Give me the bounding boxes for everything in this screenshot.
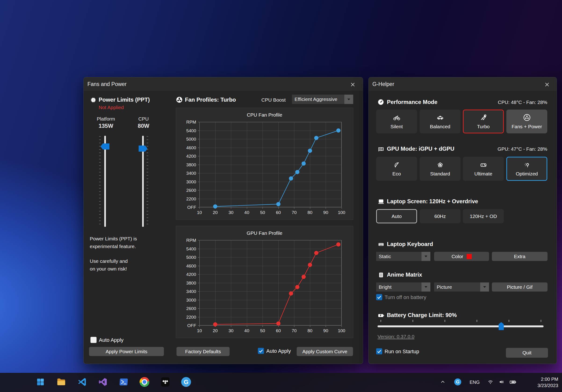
tray-battery[interactable] — [508, 377, 518, 387]
gpu-temp-status: GPU: 47°C - Fan: 28% — [497, 146, 547, 152]
power-auto-apply-checkbox[interactable] — [91, 337, 96, 343]
y-tick-label: 2600 — [183, 188, 196, 193]
fan-curve[interactable] — [197, 238, 344, 328]
screen-auto-button[interactable]: Auto — [376, 209, 417, 223]
turn-off-on-battery-checkbox[interactable] — [376, 294, 382, 300]
g-helper-button[interactable]: G — [181, 377, 191, 387]
turn-off-on-battery-label: Turn off on battery — [385, 294, 426, 301]
mode-turbo-button[interactable]: Turbo — [463, 110, 504, 133]
curve-point[interactable] — [314, 136, 318, 140]
chevron-up-icon — [440, 379, 445, 384]
volume-icon — [499, 379, 505, 385]
gpu-fan-chart-panel[interactable]: GPU Fan Profile 102030405060708090100RPM… — [176, 226, 353, 338]
x-tick-label: 10 — [195, 210, 204, 215]
curve-point[interactable] — [308, 149, 312, 153]
y-tick-label: 4200 — [183, 272, 196, 277]
curve-point[interactable] — [289, 291, 293, 295]
factory-defaults-button[interactable]: Factory Defaults — [176, 347, 230, 356]
screen-120hz-od-button[interactable]: 120Hz + OD — [463, 209, 504, 223]
version-link[interactable]: Version: 0.37.0.0 — [377, 334, 414, 339]
x-tick-label: 50 — [258, 328, 267, 333]
curve-point[interactable] — [213, 322, 217, 327]
ghelper-titlebar[interactable]: G-Helper — [369, 77, 557, 91]
gpu-eco-button[interactable]: Eco — [376, 157, 417, 181]
curve-point[interactable] — [276, 321, 281, 326]
cpu-slider-handle[interactable] — [139, 146, 148, 152]
curve-point[interactable] — [295, 170, 299, 174]
close-icon[interactable] — [349, 81, 356, 88]
file-explorer-button[interactable] — [56, 377, 67, 387]
battery-bolt-icon — [377, 312, 385, 319]
powershell-button[interactable] — [118, 377, 129, 387]
power-limits-status: Not Applied — [99, 105, 124, 110]
chevron-down-icon[interactable] — [422, 252, 430, 261]
curve-auto-apply-checkbox[interactable] — [258, 348, 264, 354]
y-tick-label: 2200 — [183, 315, 196, 320]
curve-point[interactable] — [314, 251, 318, 255]
tray-volume[interactable] — [497, 377, 506, 387]
start-button[interactable] — [35, 377, 46, 387]
anime-content-select[interactable]: Picture — [434, 282, 489, 291]
curve-point[interactable] — [308, 263, 312, 267]
fans-window-titlebar[interactable]: Fans and Power — [84, 77, 363, 91]
fan-curve[interactable] — [197, 120, 344, 210]
power-limits-title: Power Limits (PPT) — [99, 97, 150, 103]
platform-slider-handle[interactable] — [101, 144, 109, 149]
battery-slider-handle[interactable] — [499, 322, 504, 330]
y-tick-label: 4600 — [183, 264, 196, 269]
mode-balanced-button[interactable]: Balanced — [420, 110, 460, 133]
mode-label: Turbo — [477, 124, 490, 129]
speedometer-icon — [377, 99, 384, 105]
tray-chevron-up[interactable] — [439, 377, 447, 387]
curve-point[interactable] — [336, 128, 340, 133]
curve-point[interactable] — [295, 285, 299, 289]
cpu-fan-chart-panel[interactable]: CPU Fan Profile 102030405060708090100RPM… — [176, 108, 353, 220]
quit-button[interactable]: Quit — [506, 348, 548, 358]
curve-point[interactable] — [276, 202, 281, 206]
curve-point[interactable] — [289, 176, 293, 180]
apply-custom-curve-button[interactable]: Apply Custom Curve — [297, 347, 353, 356]
mode-fans-power-button[interactable]: Fans + Power — [506, 110, 547, 133]
gpu-ultimate-button[interactable]: Ultimate — [463, 157, 504, 181]
screen-option-label: 60Hz — [434, 213, 446, 219]
close-icon[interactable] — [544, 81, 550, 88]
battery-slider[interactable] — [377, 325, 544, 327]
keyboard-extra-button[interactable]: Extra — [492, 252, 548, 261]
tidal-button[interactable] — [160, 377, 171, 387]
vscode-button[interactable] — [77, 377, 87, 387]
y-tick-label: 3000 — [183, 179, 196, 185]
y-tick-label: 5400 — [183, 128, 196, 133]
taskbar: G G ENG — [0, 373, 562, 392]
curve-point[interactable] — [302, 161, 306, 166]
language-indicator[interactable]: ENG — [470, 380, 480, 385]
keyboard-mode-select[interactable]: Static — [376, 252, 430, 261]
gpu-optimized-button[interactable]: Optimized — [506, 157, 547, 181]
tray-date: 3/23/2023 — [538, 382, 558, 389]
run-on-startup-checkbox[interactable] — [376, 348, 382, 354]
curve-point[interactable] — [302, 275, 306, 279]
chrome-button[interactable] — [139, 377, 150, 387]
chevron-down-icon[interactable] — [344, 95, 353, 104]
cpu-boost-select[interactable]: Efficient Aggressive — [292, 95, 353, 104]
visual-studio-button[interactable] — [97, 377, 108, 387]
screen-60hz-button[interactable]: 60Hz — [420, 209, 460, 223]
anime-brightness-select[interactable]: Bright — [376, 282, 430, 291]
mode-silent-button[interactable]: Silent — [376, 110, 417, 133]
clock[interactable]: 2:00 PM 3/23/2023 — [538, 376, 558, 389]
curve-point[interactable] — [336, 242, 340, 246]
chevron-down-icon[interactable] — [422, 282, 430, 291]
chevron-down-icon[interactable] — [480, 282, 489, 291]
experimental-note-1: Power Limits (PPT) is experimental featu… — [90, 235, 137, 250]
gpu-standard-button[interactable]: Standard — [420, 157, 460, 181]
x-tick-label: 80 — [305, 210, 315, 215]
mode-label: Balanced — [430, 124, 450, 129]
cpu-boost-label: CPU Boost — [261, 97, 286, 103]
tray-time: 2:00 PM — [538, 376, 558, 382]
keyboard-color-button[interactable]: Color — [434, 252, 489, 261]
curve-point[interactable] — [213, 204, 217, 209]
tray-wifi[interactable] — [486, 377, 495, 387]
y-tick-label: 2600 — [183, 306, 196, 311]
tray-g-helper[interactable]: G — [454, 377, 462, 387]
anime-picture-gif-button[interactable]: Picture / Gif — [492, 282, 548, 291]
apply-power-limits-button[interactable]: Apply Power Limits — [89, 347, 164, 356]
